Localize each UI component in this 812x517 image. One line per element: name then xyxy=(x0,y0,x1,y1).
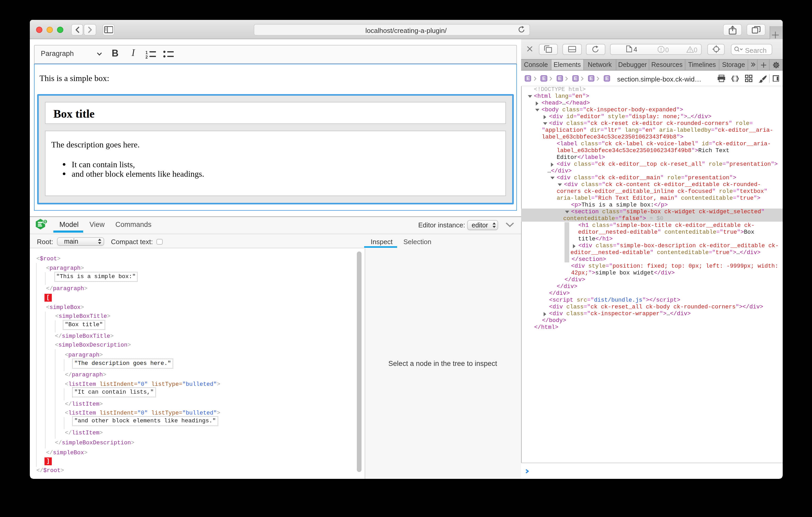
svg-text:2: 2 xyxy=(145,55,148,59)
svg-text:1: 1 xyxy=(145,51,148,55)
svg-text:5: 5 xyxy=(44,220,46,223)
